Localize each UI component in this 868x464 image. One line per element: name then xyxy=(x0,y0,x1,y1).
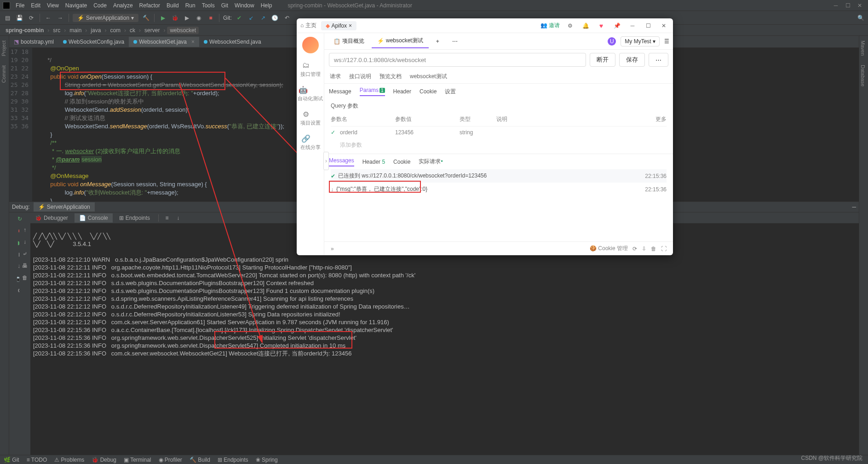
search-icon[interactable]: 🔍 xyxy=(856,13,865,23)
file-tab-active[interactable]: WebsocketGet.java× xyxy=(129,37,199,47)
message-row[interactable]: ✔ 已连接到 ws://127.0.0.1:8080/ck/websocket?… xyxy=(331,169,667,183)
run-config-select[interactable]: ⚡ ServerApplication ▾ xyxy=(73,14,138,22)
status-git[interactable]: 🌿 Git xyxy=(4,457,19,463)
save-button[interactable]: 保存 xyxy=(619,53,645,67)
status-todo[interactable]: ≡ TODO xyxy=(27,457,47,463)
avatar[interactable]: U xyxy=(608,37,616,46)
breadcrumb-item[interactable]: java xyxy=(89,27,103,34)
menu-icon[interactable]: ☰ xyxy=(664,38,669,45)
hammer-icon[interactable]: 🔨 xyxy=(141,13,150,23)
close-icon[interactable]: × xyxy=(191,39,195,45)
tab-cookie[interactable]: Cookie xyxy=(420,88,437,95)
tab-overview[interactable]: 📋 项目概览 xyxy=(328,34,370,48)
tab-resp-header[interactable]: Header 5 xyxy=(362,159,385,165)
heart-icon[interactable]: ♥ xyxy=(596,22,607,29)
save-icon[interactable]: 💾 xyxy=(15,13,24,23)
status-profiler[interactable]: ◉ Profiler xyxy=(159,457,182,463)
trash-icon[interactable]: 🗑 xyxy=(651,246,656,252)
env-select[interactable]: My MyTest ▾ xyxy=(621,36,660,46)
refresh-icon[interactable]: ⟳ xyxy=(632,246,637,252)
tab-settings[interactable]: 设置 xyxy=(445,88,456,96)
tool-maven[interactable]: Maven xyxy=(859,36,867,60)
endpoints-tab[interactable]: ⊞ Endpoints xyxy=(115,213,155,223)
home-icon[interactable]: ⌂ 主页 xyxy=(300,22,316,29)
breadcrumb-item[interactable]: src xyxy=(51,27,62,34)
stop-icon[interactable]: ■ xyxy=(206,13,215,23)
git-pull-icon[interactable]: ↙ xyxy=(247,13,256,23)
forward-icon[interactable]: → xyxy=(56,13,65,23)
collapse-handle[interactable]: › xyxy=(323,152,329,170)
menu-run[interactable]: Run xyxy=(183,1,198,10)
window-maximize-icon[interactable]: ☐ xyxy=(842,1,853,10)
param-type[interactable]: string xyxy=(460,129,496,136)
close-icon[interactable]: × xyxy=(349,23,352,29)
down-icon[interactable]: ↓ xyxy=(20,237,29,246)
more-link[interactable]: 更多 xyxy=(655,115,667,123)
menu-edit[interactable]: Edit xyxy=(28,1,43,10)
file-tab[interactable]: ⬔bootstrap.yml xyxy=(9,37,58,47)
tab-params[interactable]: Params1 xyxy=(360,87,385,96)
step-icon[interactable]: ↓ xyxy=(173,213,183,223)
status-build[interactable]: 🔨 Build xyxy=(190,457,210,463)
status-terminal[interactable]: ▣ Terminal xyxy=(124,457,151,463)
url-input[interactable] xyxy=(329,53,586,67)
coverage-icon[interactable]: ▶ xyxy=(182,13,191,23)
menu-build[interactable]: Build xyxy=(164,1,182,10)
apifox-app-tab[interactable]: ◆Apifox × xyxy=(321,21,356,30)
tab-message[interactable]: Message xyxy=(329,88,351,95)
breadcrumb-item[interactable]: server xyxy=(143,27,161,34)
trash-icon[interactable]: 🗑 xyxy=(20,273,29,282)
menu-view[interactable]: View xyxy=(44,1,62,10)
status-debug[interactable]: 🐞 Debug xyxy=(92,457,116,463)
breadcrumb-item[interactable]: com xyxy=(108,27,122,34)
tool-database[interactable]: Database xyxy=(859,60,867,91)
file-tab[interactable]: WebsocketSend.java xyxy=(199,37,266,47)
print-icon[interactable]: 🖶 xyxy=(20,261,29,270)
status-problems[interactable]: ⚠ Problems xyxy=(54,457,84,463)
breadcrumb-item[interactable]: ck xyxy=(128,27,137,34)
expand-icon[interactable]: ⛶ xyxy=(661,246,667,252)
menu-tools[interactable]: Tools xyxy=(199,1,218,10)
window-maximize-icon[interactable]: ☐ xyxy=(643,23,654,29)
git-revert-icon[interactable]: ↶ xyxy=(282,13,292,23)
open-icon[interactable]: ▤ xyxy=(3,13,12,23)
tab-actual-request[interactable]: 实际请求• xyxy=(419,158,443,166)
menu-window[interactable]: Window xyxy=(232,1,257,10)
expand-icon[interactable]: » xyxy=(331,246,334,252)
run-icon[interactable]: ▶ xyxy=(158,13,167,23)
pin-icon[interactable]: 📌 xyxy=(611,23,622,29)
wrap-icon[interactable]: ⤶ xyxy=(20,249,29,258)
param-name[interactable]: orderId xyxy=(340,129,395,136)
message-row[interactable]: ↓ {"msg":"恭喜， 已建立连接","code":0} 22:15:36 xyxy=(331,183,667,196)
share-icon[interactable]: 🔗 xyxy=(300,133,311,144)
status-spring[interactable]: ❀ Spring xyxy=(256,457,278,463)
menu-analyze[interactable]: Analyze xyxy=(110,1,136,10)
console-tab[interactable]: 📄 Console xyxy=(75,213,113,223)
tab-header[interactable]: Header xyxy=(393,88,411,95)
back-icon[interactable]: ← xyxy=(44,13,53,23)
bell-icon[interactable]: 🔔 xyxy=(580,23,591,29)
more-button[interactable]: ⋯ xyxy=(649,53,668,67)
tab-messages[interactable]: Messages xyxy=(329,157,354,166)
subtab-doc[interactable]: 接口说明 xyxy=(348,71,372,82)
debug-icon[interactable]: 🐞 xyxy=(170,13,179,23)
minimize-icon[interactable]: ─ xyxy=(852,204,856,210)
breadcrumb-item[interactable]: main xyxy=(68,27,83,34)
add-tab-button[interactable]: + xyxy=(431,35,445,47)
status-endpoints[interactable]: ⊞ Endpoints xyxy=(218,457,248,463)
add-param-row[interactable]: 添加参数 xyxy=(331,138,667,152)
file-tab[interactable]: WebSocketConfig.java xyxy=(58,37,129,47)
automation-icon[interactable]: 🤖 xyxy=(298,84,309,95)
more-tabs-icon[interactable]: ⋯ xyxy=(447,35,463,47)
git-commit-icon[interactable]: ✔ xyxy=(235,13,244,23)
menu-code[interactable]: Code xyxy=(91,1,109,10)
debugger-tab[interactable]: 🐞 Debugger xyxy=(30,213,73,223)
subtab-wstest[interactable]: websocket测试 xyxy=(409,71,448,82)
export-icon[interactable]: ⇩ xyxy=(642,246,646,252)
tool-commit[interactable]: Commit xyxy=(0,61,7,87)
tab-resp-cookie[interactable]: Cookie xyxy=(393,159,410,165)
cookie-manage[interactable]: 🍪 Cookie 管理 xyxy=(590,245,628,252)
debug-session-tab[interactable]: ⚡ServerApplication xyxy=(34,202,95,212)
refresh-icon[interactable]: ⟳ xyxy=(27,13,36,23)
subtab-preview[interactable]: 预览文档 xyxy=(379,71,402,82)
